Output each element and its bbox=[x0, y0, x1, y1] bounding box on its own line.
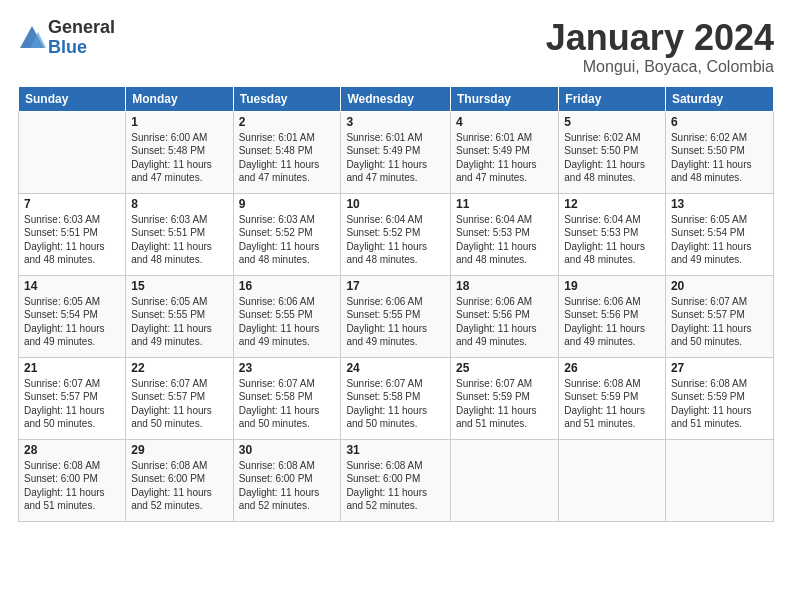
day-number: 2 bbox=[239, 115, 336, 129]
day-number: 1 bbox=[131, 115, 227, 129]
day-info: Sunrise: 6:03 AMSunset: 5:51 PMDaylight:… bbox=[131, 213, 227, 267]
calendar-body: 1Sunrise: 6:00 AMSunset: 5:48 PMDaylight… bbox=[19, 111, 774, 521]
day-number: 6 bbox=[671, 115, 768, 129]
calendar-cell: 12Sunrise: 6:04 AMSunset: 5:53 PMDayligh… bbox=[559, 193, 666, 275]
day-number: 8 bbox=[131, 197, 227, 211]
calendar-cell: 2Sunrise: 6:01 AMSunset: 5:48 PMDaylight… bbox=[233, 111, 341, 193]
logo-general: General bbox=[48, 18, 115, 38]
day-number: 10 bbox=[346, 197, 445, 211]
day-number: 20 bbox=[671, 279, 768, 293]
calendar-cell: 20Sunrise: 6:07 AMSunset: 5:57 PMDayligh… bbox=[665, 275, 773, 357]
calendar-cell: 22Sunrise: 6:07 AMSunset: 5:57 PMDayligh… bbox=[126, 357, 233, 439]
day-info: Sunrise: 6:06 AMSunset: 5:56 PMDaylight:… bbox=[456, 295, 553, 349]
day-number: 5 bbox=[564, 115, 660, 129]
day-number: 22 bbox=[131, 361, 227, 375]
day-info: Sunrise: 6:07 AMSunset: 5:57 PMDaylight:… bbox=[131, 377, 227, 431]
day-info: Sunrise: 6:06 AMSunset: 5:55 PMDaylight:… bbox=[239, 295, 336, 349]
calendar-cell bbox=[450, 439, 558, 521]
day-info: Sunrise: 6:04 AMSunset: 5:52 PMDaylight:… bbox=[346, 213, 445, 267]
day-info: Sunrise: 6:06 AMSunset: 5:55 PMDaylight:… bbox=[346, 295, 445, 349]
calendar-cell: 18Sunrise: 6:06 AMSunset: 5:56 PMDayligh… bbox=[450, 275, 558, 357]
calendar-cell: 25Sunrise: 6:07 AMSunset: 5:59 PMDayligh… bbox=[450, 357, 558, 439]
calendar-cell: 29Sunrise: 6:08 AMSunset: 6:00 PMDayligh… bbox=[126, 439, 233, 521]
calendar-cell: 19Sunrise: 6:06 AMSunset: 5:56 PMDayligh… bbox=[559, 275, 666, 357]
logo-text: General Blue bbox=[48, 18, 115, 58]
calendar-cell: 9Sunrise: 6:03 AMSunset: 5:52 PMDaylight… bbox=[233, 193, 341, 275]
day-info: Sunrise: 6:08 AMSunset: 6:00 PMDaylight:… bbox=[239, 459, 336, 513]
calendar-cell bbox=[559, 439, 666, 521]
header: General Blue January 2024 Mongui, Boyaca… bbox=[18, 18, 774, 76]
calendar-cell: 11Sunrise: 6:04 AMSunset: 5:53 PMDayligh… bbox=[450, 193, 558, 275]
logo: General Blue bbox=[18, 18, 115, 58]
day-info: Sunrise: 6:08 AMSunset: 6:00 PMDaylight:… bbox=[131, 459, 227, 513]
day-number: 4 bbox=[456, 115, 553, 129]
week-row-4: 28Sunrise: 6:08 AMSunset: 6:00 PMDayligh… bbox=[19, 439, 774, 521]
day-info: Sunrise: 6:04 AMSunset: 5:53 PMDaylight:… bbox=[564, 213, 660, 267]
subtitle: Mongui, Boyaca, Colombia bbox=[546, 58, 774, 76]
day-info: Sunrise: 6:02 AMSunset: 5:50 PMDaylight:… bbox=[671, 131, 768, 185]
calendar-cell: 21Sunrise: 6:07 AMSunset: 5:57 PMDayligh… bbox=[19, 357, 126, 439]
header-day-tuesday: Tuesday bbox=[233, 86, 341, 111]
day-info: Sunrise: 6:06 AMSunset: 5:56 PMDaylight:… bbox=[564, 295, 660, 349]
calendar-cell bbox=[665, 439, 773, 521]
day-number: 28 bbox=[24, 443, 120, 457]
day-info: Sunrise: 6:01 AMSunset: 5:49 PMDaylight:… bbox=[346, 131, 445, 185]
calendar-cell: 3Sunrise: 6:01 AMSunset: 5:49 PMDaylight… bbox=[341, 111, 451, 193]
day-number: 3 bbox=[346, 115, 445, 129]
day-info: Sunrise: 6:08 AMSunset: 6:00 PMDaylight:… bbox=[346, 459, 445, 513]
day-number: 13 bbox=[671, 197, 768, 211]
calendar-table: SundayMondayTuesdayWednesdayThursdayFrid… bbox=[18, 86, 774, 522]
day-info: Sunrise: 6:02 AMSunset: 5:50 PMDaylight:… bbox=[564, 131, 660, 185]
calendar-cell: 26Sunrise: 6:08 AMSunset: 5:59 PMDayligh… bbox=[559, 357, 666, 439]
calendar-cell: 28Sunrise: 6:08 AMSunset: 6:00 PMDayligh… bbox=[19, 439, 126, 521]
calendar-cell: 14Sunrise: 6:05 AMSunset: 5:54 PMDayligh… bbox=[19, 275, 126, 357]
calendar-cell: 16Sunrise: 6:06 AMSunset: 5:55 PMDayligh… bbox=[233, 275, 341, 357]
calendar-cell: 5Sunrise: 6:02 AMSunset: 5:50 PMDaylight… bbox=[559, 111, 666, 193]
day-number: 9 bbox=[239, 197, 336, 211]
day-info: Sunrise: 6:07 AMSunset: 5:57 PMDaylight:… bbox=[24, 377, 120, 431]
week-row-2: 14Sunrise: 6:05 AMSunset: 5:54 PMDayligh… bbox=[19, 275, 774, 357]
calendar-cell: 13Sunrise: 6:05 AMSunset: 5:54 PMDayligh… bbox=[665, 193, 773, 275]
header-day-saturday: Saturday bbox=[665, 86, 773, 111]
day-number: 17 bbox=[346, 279, 445, 293]
day-info: Sunrise: 6:08 AMSunset: 5:59 PMDaylight:… bbox=[671, 377, 768, 431]
calendar-cell: 15Sunrise: 6:05 AMSunset: 5:55 PMDayligh… bbox=[126, 275, 233, 357]
logo-blue: Blue bbox=[48, 38, 115, 58]
day-number: 14 bbox=[24, 279, 120, 293]
calendar-cell: 1Sunrise: 6:00 AMSunset: 5:48 PMDaylight… bbox=[126, 111, 233, 193]
day-number: 16 bbox=[239, 279, 336, 293]
calendar-cell: 31Sunrise: 6:08 AMSunset: 6:00 PMDayligh… bbox=[341, 439, 451, 521]
main-title: January 2024 bbox=[546, 18, 774, 58]
header-day-friday: Friday bbox=[559, 86, 666, 111]
calendar-cell: 10Sunrise: 6:04 AMSunset: 5:52 PMDayligh… bbox=[341, 193, 451, 275]
day-info: Sunrise: 6:03 AMSunset: 5:52 PMDaylight:… bbox=[239, 213, 336, 267]
day-number: 21 bbox=[24, 361, 120, 375]
day-info: Sunrise: 6:07 AMSunset: 5:59 PMDaylight:… bbox=[456, 377, 553, 431]
day-number: 7 bbox=[24, 197, 120, 211]
calendar-cell: 7Sunrise: 6:03 AMSunset: 5:51 PMDaylight… bbox=[19, 193, 126, 275]
day-number: 29 bbox=[131, 443, 227, 457]
calendar-header: SundayMondayTuesdayWednesdayThursdayFrid… bbox=[19, 86, 774, 111]
day-info: Sunrise: 6:05 AMSunset: 5:54 PMDaylight:… bbox=[24, 295, 120, 349]
day-info: Sunrise: 6:08 AMSunset: 6:00 PMDaylight:… bbox=[24, 459, 120, 513]
day-number: 24 bbox=[346, 361, 445, 375]
day-info: Sunrise: 6:04 AMSunset: 5:53 PMDaylight:… bbox=[456, 213, 553, 267]
day-info: Sunrise: 6:08 AMSunset: 5:59 PMDaylight:… bbox=[564, 377, 660, 431]
calendar-cell: 30Sunrise: 6:08 AMSunset: 6:00 PMDayligh… bbox=[233, 439, 341, 521]
week-row-0: 1Sunrise: 6:00 AMSunset: 5:48 PMDaylight… bbox=[19, 111, 774, 193]
day-number: 26 bbox=[564, 361, 660, 375]
day-number: 25 bbox=[456, 361, 553, 375]
header-day-wednesday: Wednesday bbox=[341, 86, 451, 111]
day-number: 18 bbox=[456, 279, 553, 293]
calendar-cell: 23Sunrise: 6:07 AMSunset: 5:58 PMDayligh… bbox=[233, 357, 341, 439]
day-info: Sunrise: 6:07 AMSunset: 5:57 PMDaylight:… bbox=[671, 295, 768, 349]
day-number: 12 bbox=[564, 197, 660, 211]
logo-icon bbox=[18, 24, 46, 52]
header-day-thursday: Thursday bbox=[450, 86, 558, 111]
calendar-cell: 24Sunrise: 6:07 AMSunset: 5:58 PMDayligh… bbox=[341, 357, 451, 439]
day-number: 19 bbox=[564, 279, 660, 293]
day-number: 23 bbox=[239, 361, 336, 375]
calendar-cell: 17Sunrise: 6:06 AMSunset: 5:55 PMDayligh… bbox=[341, 275, 451, 357]
calendar-cell: 4Sunrise: 6:01 AMSunset: 5:49 PMDaylight… bbox=[450, 111, 558, 193]
day-info: Sunrise: 6:07 AMSunset: 5:58 PMDaylight:… bbox=[239, 377, 336, 431]
